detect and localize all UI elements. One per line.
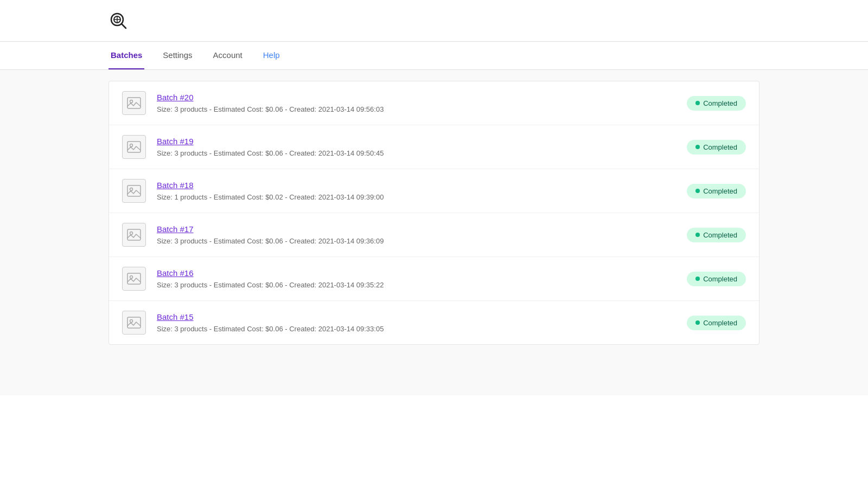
batch-thumbnail-icon (122, 179, 146, 203)
svg-point-12 (130, 232, 133, 235)
svg-point-6 (130, 100, 133, 103)
batch-item: Batch #18 Size: 1 products - Estimated C… (109, 169, 759, 213)
nav-item-settings[interactable]: Settings (161, 42, 194, 69)
status-label: Completed (703, 231, 737, 239)
batch-title-link[interactable]: Batch #15 (157, 312, 676, 322)
logo-icon (108, 11, 128, 30)
status-dot-icon (695, 145, 700, 149)
app-header (0, 0, 868, 42)
svg-line-1 (122, 24, 126, 28)
batch-info: Batch #17 Size: 3 products - Estimated C… (157, 224, 676, 246)
svg-point-8 (130, 144, 133, 147)
batch-thumbnail-icon (122, 267, 146, 291)
svg-rect-13 (127, 273, 141, 284)
svg-point-16 (130, 320, 133, 323)
status-label: Completed (703, 143, 737, 151)
status-dot-icon (695, 320, 700, 325)
status-badge: Completed (687, 272, 746, 286)
nav-item-help[interactable]: Help (261, 42, 282, 69)
svg-rect-5 (127, 98, 141, 108)
batch-meta: Size: 3 products - Estimated Cost: $0.06… (157, 325, 384, 333)
status-dot-icon (695, 189, 700, 193)
status-label: Completed (703, 187, 737, 195)
batch-thumbnail-icon (122, 223, 146, 247)
batch-meta: Size: 3 products - Estimated Cost: $0.06… (157, 149, 384, 157)
svg-rect-7 (127, 142, 141, 152)
main-nav: Batches Settings Account Help (0, 42, 868, 70)
batch-thumbnail-icon (122, 135, 146, 159)
svg-point-14 (130, 276, 133, 279)
batch-info: Batch #20 Size: 3 products - Estimated C… (157, 93, 676, 114)
status-badge: Completed (687, 316, 746, 330)
batch-item: Batch #19 Size: 3 products - Estimated C… (109, 125, 759, 169)
batch-title-link[interactable]: Batch #18 (157, 181, 676, 190)
batch-list: Batch #20 Size: 3 products - Estimated C… (108, 81, 760, 345)
batch-title-link[interactable]: Batch #19 (157, 137, 676, 146)
main-content: Batch #20 Size: 3 products - Estimated C… (0, 70, 868, 395)
batch-item: Batch #20 Size: 3 products - Estimated C… (109, 81, 759, 125)
batch-meta: Size: 3 products - Estimated Cost: $0.06… (157, 105, 384, 113)
batch-item: Batch #16 Size: 3 products - Estimated C… (109, 257, 759, 301)
batch-meta: Size: 3 products - Estimated Cost: $0.06… (157, 237, 384, 245)
batch-title-link[interactable]: Batch #20 (157, 93, 676, 102)
batch-item: Batch #17 Size: 3 products - Estimated C… (109, 213, 759, 257)
batch-title-link[interactable]: Batch #16 (157, 268, 676, 278)
status-badge: Completed (687, 96, 746, 111)
svg-rect-9 (127, 185, 141, 196)
nav-item-account[interactable]: Account (211, 42, 245, 69)
status-dot-icon (695, 101, 700, 105)
batch-item: Batch #15 Size: 3 products - Estimated C… (109, 301, 759, 344)
status-badge: Completed (687, 228, 746, 242)
svg-rect-11 (127, 229, 141, 240)
status-badge: Completed (687, 140, 746, 155)
status-label: Completed (703, 275, 737, 283)
nav-item-batches[interactable]: Batches (108, 42, 144, 69)
status-label: Completed (703, 319, 737, 327)
batch-thumbnail-icon (122, 311, 146, 335)
batch-meta: Size: 3 products - Estimated Cost: $0.06… (157, 281, 384, 289)
svg-rect-15 (127, 317, 141, 328)
logo-area (108, 11, 133, 30)
batch-info: Batch #18 Size: 1 products - Estimated C… (157, 181, 676, 202)
status-dot-icon (695, 277, 700, 281)
batch-info: Batch #16 Size: 3 products - Estimated C… (157, 268, 676, 290)
status-label: Completed (703, 99, 737, 107)
batch-title-link[interactable]: Batch #17 (157, 224, 676, 234)
status-badge: Completed (687, 184, 746, 198)
batch-info: Batch #19 Size: 3 products - Estimated C… (157, 137, 676, 158)
status-dot-icon (695, 233, 700, 237)
batch-thumbnail-icon (122, 91, 146, 115)
svg-point-10 (130, 188, 133, 191)
batch-meta: Size: 1 products - Estimated Cost: $0.02… (157, 193, 384, 201)
batch-info: Batch #15 Size: 3 products - Estimated C… (157, 312, 676, 333)
